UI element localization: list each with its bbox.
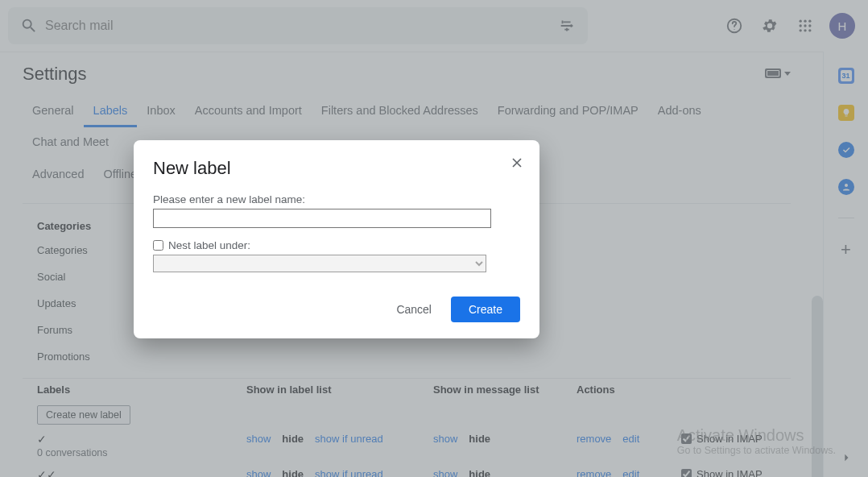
nest-label-checkbox[interactable]: [153, 240, 163, 251]
cancel-button[interactable]: Cancel: [383, 297, 444, 322]
nest-label-text: Nest label under:: [168, 239, 250, 251]
label-name-input[interactable]: [153, 209, 491, 228]
create-button[interactable]: Create: [451, 297, 520, 322]
new-label-dialog: New label Please enter a new label name:…: [134, 140, 539, 338]
close-icon[interactable]: [509, 155, 525, 171]
label-name-prompt: Please enter a new label name:: [153, 193, 520, 205]
nest-parent-select[interactable]: [153, 255, 486, 272]
dialog-title: New label: [153, 158, 520, 179]
